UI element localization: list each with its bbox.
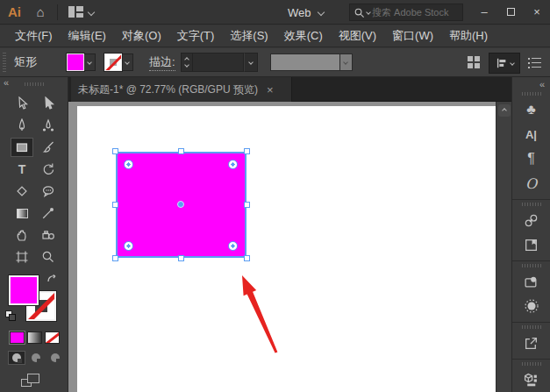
document-tab[interactable]: 未标题-1* @ 72.77% (RGB/GPU 预览) × [71, 77, 292, 102]
draw-inside-button[interactable] [46, 351, 64, 365]
menu-object[interactable]: 对象(O) [114, 28, 169, 44]
menu-window[interactable]: 窗口(W) [384, 28, 441, 44]
stroke-color-button[interactable] [104, 53, 133, 71]
panel-menu-icon[interactable] [528, 58, 541, 68]
corner-radius-widget-nw[interactable] [124, 160, 133, 169]
canvas-pasteboard[interactable] [68, 102, 496, 392]
dock-section-asset-export [512, 362, 550, 392]
selection-handle-se[interactable] [244, 255, 250, 261]
scroll-up-button[interactable] [498, 104, 511, 117]
tool-selection[interactable] [11, 94, 33, 113]
artboard[interactable] [77, 106, 496, 392]
arrange-documents-button[interactable] [63, 6, 99, 18]
panel-grip[interactable] [25, 82, 44, 86]
color-button[interactable] [10, 331, 25, 344]
export-panel-icon[interactable] [519, 332, 544, 353]
draw-behind-button[interactable] [27, 351, 45, 365]
tool-eyedropper[interactable] [37, 203, 60, 223]
tool-curvature[interactable] [37, 116, 60, 135]
stroke-weight-input[interactable] [193, 53, 244, 72]
chevron-down-icon [88, 8, 95, 15]
appearance-panel-icon[interactable] [519, 271, 544, 292]
minimize-button[interactable]: – [471, 0, 497, 23]
tool-pen[interactable] [11, 116, 33, 135]
tool-bubble[interactable] [37, 182, 60, 201]
tool-rectangle[interactable] [11, 138, 33, 157]
panel-grip[interactable] [3, 53, 6, 72]
tool-direct-selection[interactable] [37, 94, 60, 113]
tool-zoom[interactable] [37, 247, 60, 267]
chevron-down-icon [317, 9, 324, 16]
expand-panels-button[interactable]: « [512, 77, 550, 89]
tool-shaper[interactable] [11, 182, 33, 201]
selection-handle-e[interactable] [244, 202, 250, 208]
fill-color-button[interactable] [67, 53, 96, 71]
panel-dock: « ♣ A| ¶ O [511, 77, 550, 392]
asset-export-panel-icon[interactable] [519, 369, 544, 390]
search-input[interactable] [372, 7, 453, 18]
home-icon[interactable]: ⌂ [29, 4, 52, 19]
vertical-scrollbar[interactable] [496, 102, 511, 392]
selection-handle-nw[interactable] [112, 148, 118, 154]
stroke-color-dropdown[interactable] [122, 53, 133, 71]
selection-handle-n[interactable] [178, 148, 184, 154]
align-button[interactable] [489, 53, 520, 74]
tool-paintbrush[interactable] [37, 138, 60, 157]
menu-help[interactable]: 帮助(H) [441, 28, 496, 44]
panel-grip[interactable] [522, 362, 541, 366]
collapse-panel-button[interactable]: « [4, 77, 9, 88]
stroke-weight-dropdown[interactable] [244, 53, 258, 72]
swap-fill-stroke-icon[interactable] [46, 274, 60, 286]
artboards-panel-icon[interactable] [519, 234, 544, 255]
selection-handle-sw[interactable] [112, 255, 118, 261]
variable-width-profile-field [270, 53, 340, 71]
tab-close-button[interactable]: × [267, 83, 274, 96]
draw-normal-button[interactable] [8, 351, 25, 365]
stroke-weight-label[interactable]: 描边: [149, 54, 175, 71]
tool-hand[interactable] [11, 225, 33, 245]
menu-file[interactable]: 文件(F) [7, 28, 61, 44]
menu-view[interactable]: 视图(V) [331, 28, 384, 44]
color-wheel-panel-icon[interactable] [519, 296, 544, 317]
fill-swatch[interactable] [9, 275, 39, 305]
opentype-panel-icon[interactable]: O [519, 173, 544, 194]
tool-gradient[interactable] [11, 203, 33, 223]
panel-grip[interactable] [522, 325, 541, 329]
selection-handle-s[interactable] [178, 255, 184, 261]
stroke-weight-stepper[interactable] [181, 53, 193, 72]
tool-artboard[interactable] [11, 247, 33, 267]
selection-handle-ne[interactable] [244, 148, 250, 154]
gradient-button[interactable] [27, 331, 42, 344]
clubs-panel-icon[interactable]: ♣ [519, 99, 544, 120]
selection-handle-w[interactable] [112, 202, 118, 208]
menu-select[interactable]: 选择(S) [222, 28, 275, 44]
character-panel-icon[interactable]: A| [519, 124, 544, 145]
screen-mode-button[interactable] [21, 374, 40, 388]
menu-effect[interactable]: 效果(C) [276, 28, 331, 44]
panel-grip[interactable] [522, 264, 541, 267]
menu-edit[interactable]: 编辑(E) [61, 28, 114, 44]
none-button[interactable] [45, 331, 60, 344]
tool-symbol-sprayer[interactable] [37, 225, 60, 245]
drawing-mode-buttons [0, 351, 68, 365]
default-fill-stroke-icon[interactable] [5, 310, 16, 321]
close-button[interactable]: × [524, 0, 550, 23]
center-point-handle[interactable] [177, 201, 184, 208]
maximize-button[interactable] [497, 0, 524, 23]
transform-grid-icon[interactable] [468, 56, 481, 69]
panel-grip[interactable] [522, 203, 541, 206]
search-box[interactable] [349, 4, 463, 21]
gradient-tool-icon [17, 209, 28, 218]
panel-grip[interactable] [522, 92, 541, 96]
corner-radius-widget-ne[interactable] [228, 160, 238, 169]
corner-radius-widget-sw[interactable] [124, 241, 133, 251]
links-panel-icon[interactable] [519, 210, 544, 231]
speech-bubble-tool-icon [41, 184, 55, 198]
corner-radius-widget-se[interactable] [228, 241, 238, 251]
menu-type[interactable]: 文字(T) [169, 28, 223, 44]
paragraph-panel-icon[interactable]: ¶ [519, 148, 544, 169]
tool-type[interactable]: T [11, 160, 33, 179]
tool-rotate[interactable] [37, 160, 60, 179]
workspace-switcher[interactable]: Web [288, 0, 324, 25]
fill-color-dropdown[interactable] [84, 53, 96, 71]
